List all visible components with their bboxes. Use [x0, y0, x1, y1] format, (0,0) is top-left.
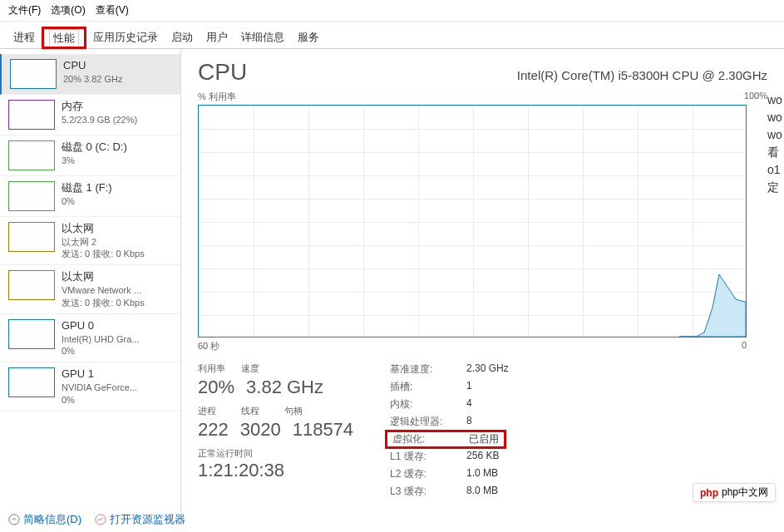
l1-label: L1 缓存: — [390, 450, 466, 464]
sidebar-disk0-sub: 3% — [62, 155, 127, 166]
tabbar: 进程 性能 应用历史记录 启动 用户 详细信息 服务 — [0, 22, 784, 49]
base-speed-val: 2.30 GHz — [466, 362, 509, 377]
sidebar-item-gpu0[interactable]: GPU 0 Intel(R) UHD Gra... 0% — [0, 314, 180, 362]
tab-app-history[interactable]: 应用历史记录 — [86, 27, 165, 48]
sidebar-eth1-title: 以太网 — [62, 270, 145, 284]
tab-performance-highlight: 性能 — [42, 27, 86, 49]
menu-view[interactable]: 查看(V) — [96, 3, 129, 17]
sidebar-gpu0-title: GPU 0 — [62, 319, 140, 333]
php-logo-icon: php — [700, 487, 718, 499]
chart-bottom-labels: 60 秒 0 — [198, 340, 747, 352]
sidebar-item-ethernet0[interactable]: 以太网 以太网 2 发送: 0 接收: 0 Kbps — [0, 217, 180, 265]
proc-val: 222 — [198, 419, 229, 441]
handle-label: 句柄 — [284, 405, 328, 417]
sidebar-item-disk1[interactable]: 磁盘 1 (F:) 0% — [0, 176, 180, 217]
l2-label: L2 缓存: — [390, 467, 466, 481]
sidebar-eth1-sub2: 发送: 0 接收: 0 Kbps — [62, 297, 145, 308]
l3-label: L3 缓存: — [390, 485, 466, 499]
cores-val: 4 — [466, 397, 472, 411]
sidebar-item-gpu1[interactable]: GPU 1 NVIDIA GeForce... 0% — [0, 362, 180, 411]
sidebar-cpu-sub: 20% 3.82 GHz — [63, 73, 123, 85]
virt-val: 已启用 — [469, 432, 499, 446]
l3-val: 8.0 MB — [466, 485, 498, 499]
side-text: wo wo wo 看 o1 定 — [767, 91, 782, 196]
sidebar-eth0-sub: 以太网 2 — [62, 236, 145, 248]
menu-options[interactable]: 选项(O) — [51, 3, 85, 17]
sidebar: CPU 20% 3.82 GHz 内存 5.2/23.9 GB (22%) 磁盘… — [0, 49, 181, 515]
gpu1-thumb-icon — [8, 367, 55, 397]
chart-top-labels: % 利用率 100% — [198, 91, 767, 103]
tab-performance[interactable]: 性能 — [49, 29, 79, 47]
virtualization-highlight: 虚拟化:已启用 — [385, 430, 506, 449]
monitor-icon — [95, 514, 106, 525]
cpu-chart[interactable] — [198, 105, 747, 337]
chart-x-end: 0 — [742, 340, 747, 352]
footer: 简略信息(D) 打开资源监视器 — [8, 512, 185, 527]
sidebar-disk0-title: 磁盘 0 (C: D:) — [62, 140, 127, 155]
logical-val: 8 — [466, 415, 472, 429]
tab-startup[interactable]: 启动 — [165, 27, 200, 48]
brief-info-link[interactable]: 简略信息(D) — [8, 512, 81, 527]
sidebar-gpu1-title: GPU 1 — [62, 367, 137, 382]
base-speed-label: 基准速度: — [390, 362, 466, 377]
sidebar-gpu0-sub2: 0% — [62, 345, 140, 357]
chart-grid — [199, 106, 746, 337]
stats-left: 利用率 速度 20% 3.82 GHz 进程 线程 句柄 222 — [198, 362, 365, 502]
thread-val: 3020 — [240, 419, 281, 441]
sidebar-gpu1-sub2: 0% — [62, 394, 137, 406]
sockets-label: 插槽: — [390, 380, 466, 394]
uptime-val: 1:21:20:38 — [198, 460, 353, 481]
svg-point-0 — [9, 515, 19, 525]
main-area: CPU 20% 3.82 GHz 内存 5.2/23.9 GB (22%) 磁盘… — [0, 49, 784, 515]
stats-right: 基准速度:2.30 GHz 插槽:1 内核:4 逻辑处理器:8 虚拟化:已启用 … — [390, 362, 509, 502]
content: CPU Intel(R) Core(TM) i5-8300H CPU @ 2.3… — [181, 49, 784, 515]
util-val: 20% — [198, 377, 234, 398]
gpu0-thumb-icon — [8, 319, 55, 349]
tab-details[interactable]: 详细信息 — [234, 27, 291, 48]
stats-area: 利用率 速度 20% 3.82 GHz 进程 线程 句柄 222 — [198, 362, 767, 502]
svg-point-1 — [96, 515, 106, 525]
tab-processes[interactable]: 进程 — [7, 27, 42, 48]
memory-thumb-icon — [8, 100, 55, 130]
l1-val: 256 KB — [466, 450, 499, 464]
util-label: 利用率 — [198, 362, 241, 375]
chart-y-max: 100% — [744, 91, 767, 103]
sidebar-disk1-sub: 0% — [62, 195, 112, 207]
resmon-link[interactable]: 打开资源监视器 — [95, 512, 185, 527]
speed-label: 速度 — [241, 362, 284, 375]
sockets-val: 1 — [466, 380, 472, 394]
sidebar-disk1-title: 磁盘 1 (F:) — [62, 181, 112, 195]
ethernet1-thumb-icon — [8, 270, 55, 300]
menu-file[interactable]: 文件(F) — [8, 3, 41, 17]
logical-label: 逻辑处理器: — [390, 415, 466, 429]
proc-label: 进程 — [198, 405, 241, 417]
sidebar-item-disk0[interactable]: 磁盘 0 (C: D:) 3% — [0, 135, 180, 176]
tab-services[interactable]: 服务 — [291, 27, 326, 48]
sidebar-item-memory[interactable]: 内存 5.2/23.9 GB (22%) — [0, 95, 180, 135]
speed-val: 3.82 GHz — [246, 377, 323, 398]
disk0-thumb-icon — [8, 140, 55, 170]
cpu-thumb-icon — [10, 59, 57, 89]
badge-text: php中文网 — [722, 485, 768, 500]
sidebar-eth0-title: 以太网 — [62, 222, 145, 236]
tab-users[interactable]: 用户 — [200, 27, 234, 48]
thread-label: 线程 — [241, 405, 284, 417]
content-header: CPU Intel(R) Core(TM) i5-8300H CPU @ 2.3… — [198, 59, 767, 86]
chart-y-label: % 利用率 — [198, 91, 236, 103]
chevron-up-icon — [8, 514, 20, 525]
sidebar-cpu-title: CPU — [63, 59, 123, 73]
sidebar-item-ethernet1[interactable]: 以太网 VMware Network ... 发送: 0 接收: 0 Kbps — [0, 265, 180, 313]
sidebar-eth0-sub2: 发送: 0 接收: 0 Kbps — [62, 248, 145, 259]
sidebar-eth1-sub: VMware Network ... — [62, 284, 145, 296]
cpu-model: Intel(R) Core(TM) i5-8300H CPU @ 2.30GHz — [517, 68, 767, 82]
uptime-label: 正常运行时间 — [198, 447, 365, 460]
handle-val: 118574 — [293, 419, 353, 441]
watermark-badge: php php中文网 — [693, 483, 776, 502]
chart-line-icon — [679, 262, 746, 337]
virt-label: 虚拟化: — [392, 432, 469, 446]
cpu-title: CPU — [198, 59, 247, 86]
sidebar-memory-sub: 5.2/23.9 GB (22%) — [62, 114, 137, 126]
sidebar-gpu1-sub: NVIDIA GeForce... — [62, 382, 137, 393]
sidebar-item-cpu[interactable]: CPU 20% 3.82 GHz — [0, 54, 180, 95]
cores-label: 内核: — [390, 397, 466, 411]
